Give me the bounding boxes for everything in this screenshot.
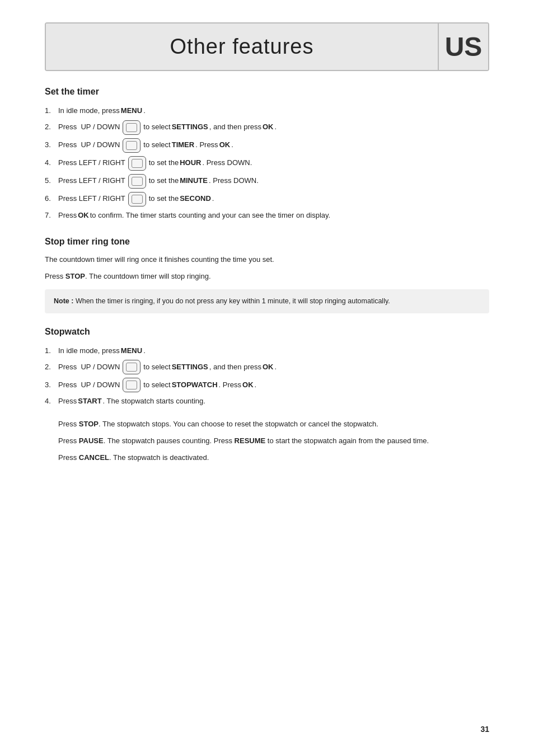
list-item: 1. In idle mode, press MENU. [45,344,489,359]
step-content: Press START. The stopwatch starts counti… [58,396,205,407]
step-content: Press LEFT / RIGHT to set the SECOND. [58,192,214,206]
stopwatch-list: 1. In idle mode, press MENU. 2. Press UP… [45,344,489,410]
step-number: 6. [45,193,58,205]
step-number: 3. [45,379,58,391]
stopwatch-heading: Stopwatch [45,327,489,337]
stop-timer-heading: Stop timer ring tone [45,237,489,247]
step-number: 1. [45,345,58,357]
nav-icon [128,174,146,189]
header-badge: US [438,24,488,70]
header-bar: Other features US [45,22,489,71]
set-timer-section: Set the timer 1. In idle mode, press MEN… [45,87,489,223]
page-number: 31 [480,725,489,734]
stopwatch-sub3: Press CANCEL. The stopwatch is deactivat… [58,452,489,464]
step-number: 1. [45,105,58,117]
header-title-area: Other features [46,24,438,70]
stop-timer-section: Stop timer ring tone The countdown timer… [45,237,489,313]
step-content: In idle mode, press MENU. [58,105,146,117]
step-content: Press UP / DOWN to select SETTINGS, and … [58,360,277,374]
step-number: 4. [45,157,58,169]
step-number: 2. [45,121,58,133]
stopwatch-section: Stopwatch 1. In idle mode, press MENU. 2… [45,327,489,464]
step-content: Press UP / DOWN to select SETTINGS, and … [58,120,277,135]
list-item: 7. Press OK to confirm. The timer starts… [45,208,489,223]
set-timer-list: 1. In idle mode, press MENU. 2. Press UP… [45,104,489,223]
step-content: In idle mode, press MENU. [58,345,146,357]
stopwatch-sub1: Press STOP. The stopwatch stops. You can… [58,418,489,430]
stop-timer-line1: The countdown timer will ring once it fi… [45,253,489,266]
nav-icon [123,138,140,153]
nav-icon [123,378,140,392]
list-item: 3. Press UP / DOWN to select TIMER. Pres… [45,137,489,154]
stopwatch-sub2: Press PAUSE. The stopwatch pauses counti… [58,435,489,447]
nav-icon [123,120,140,135]
list-item: 6. Press LEFT / RIGHT to set the SECOND. [45,190,489,208]
badge-text: US [445,31,483,62]
step-content: Press UP / DOWN to select STOPWATCH. Pre… [58,378,256,392]
nav-icon [128,192,146,206]
note-box: Note : When the timer is ringing, if you… [45,289,489,313]
step-content: Press LEFT / RIGHT to set the HOUR. Pres… [58,156,252,171]
stop-timer-line2: Press STOP. The countdown timer will sto… [45,270,489,283]
page-title: Other features [170,35,314,59]
step-number: 7. [45,210,58,222]
step-number: 3. [45,139,58,151]
list-item: 1. In idle mode, press MENU. [45,104,489,119]
list-item: 5. Press LEFT / RIGHT to set the MINUTE.… [45,172,489,190]
step-number: 2. [45,361,58,373]
step-content: Press LEFT / RIGHT to set the MINUTE. Pr… [58,174,259,189]
list-item: 3. Press UP / DOWN to select STOPWATCH. … [45,376,489,394]
list-item: 2. Press UP / DOWN to select SETTINGS, a… [45,119,489,137]
nav-icon [123,360,140,374]
step-content: Press UP / DOWN to select TIMER. Press O… [58,138,233,153]
list-item: 2. Press UP / DOWN to select SETTINGS, a… [45,358,489,376]
list-item: 4. Press LEFT / RIGHT to set the HOUR. P… [45,154,489,172]
step-content: Press OK to confirm. The timer starts co… [58,210,330,222]
list-item: 4. Press START. The stopwatch starts cou… [45,394,489,409]
step-number: 5. [45,175,58,187]
step-number: 4. [45,396,58,407]
set-timer-heading: Set the timer [45,87,489,97]
nav-icon [128,156,146,171]
